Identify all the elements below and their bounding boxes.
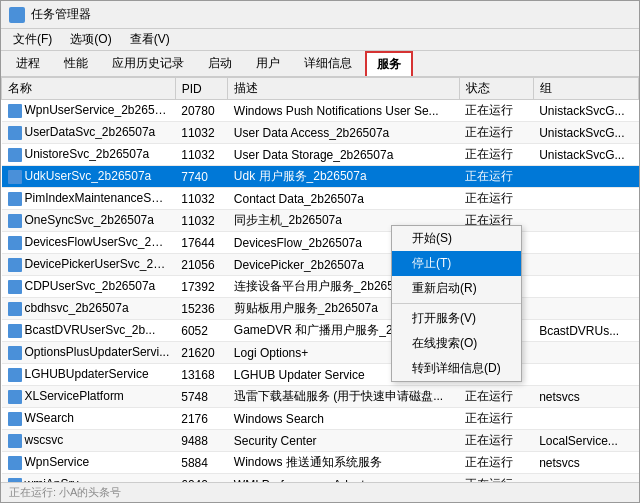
table-row[interactable]: WSearch2176Windows Search正在运行 bbox=[2, 408, 639, 430]
table-row[interactable]: BcastDVRUserSvc_2b...6052GameDVR 和广播用户服务… bbox=[2, 320, 639, 342]
cell-group: UnistackSvcG... bbox=[533, 100, 638, 122]
tab-details[interactable]: 详细信息 bbox=[293, 51, 363, 76]
service-icon bbox=[8, 170, 22, 184]
service-icon bbox=[8, 258, 22, 272]
cell-status: 正在运行 bbox=[459, 474, 533, 483]
cell-desc: 迅雷下载基础服务 (用于快速申请磁盘... bbox=[228, 386, 460, 408]
context-menu-search-online[interactable]: 在线搜索(O) bbox=[392, 331, 521, 356]
service-icon bbox=[8, 434, 22, 448]
cell-desc: Security Center bbox=[228, 430, 460, 452]
tab-users[interactable]: 用户 bbox=[245, 51, 291, 76]
cell-pid: 17392 bbox=[175, 276, 228, 298]
cell-status: 正在运行 bbox=[459, 188, 533, 210]
window-title: 任务管理器 bbox=[31, 6, 91, 23]
cell-name: LGHUBUpdaterService bbox=[2, 364, 176, 386]
cell-name: OptionsPlusUpdaterServi... bbox=[2, 342, 176, 364]
cell-status: 正在运行 bbox=[459, 408, 533, 430]
table-row[interactable]: DevicesFlowUserSvc_2b2...17644DevicesFlo… bbox=[2, 232, 639, 254]
cell-name: UnistoreSvc_2b26507a bbox=[2, 144, 176, 166]
service-icon bbox=[8, 412, 22, 426]
table-row[interactable]: LGHUBUpdaterService13168LGHUB Updater Se… bbox=[2, 364, 639, 386]
cell-status: 正在运行 bbox=[459, 386, 533, 408]
cell-status: 正在运行 bbox=[459, 144, 533, 166]
cell-group bbox=[533, 254, 638, 276]
tab-app-history[interactable]: 应用历史记录 bbox=[101, 51, 195, 76]
table-row[interactable]: CDPUserSvc_2b26507a17392连接设备平台用户服务_2b265… bbox=[2, 276, 639, 298]
cell-group bbox=[533, 166, 638, 188]
service-icon bbox=[8, 126, 22, 140]
cell-name: WSearch bbox=[2, 408, 176, 430]
table-row[interactable]: WpnService5884Windows 推送通知系统服务正在运行netsvc… bbox=[2, 452, 639, 474]
tab-services[interactable]: 服务 bbox=[365, 51, 413, 76]
table-row[interactable]: PimIndexMaintenanceSvc...11032Contact Da… bbox=[2, 188, 639, 210]
service-icon bbox=[8, 148, 22, 162]
table-row[interactable]: OneSyncSvc_2b26507a11032同步主机_2b26507a正在运… bbox=[2, 210, 639, 232]
cell-group: UnistackSvcG... bbox=[533, 144, 638, 166]
cell-pid: 20780 bbox=[175, 100, 228, 122]
services-table-container[interactable]: 名称 PID 描述 状态 组 WpnUserService_2b2650...2… bbox=[1, 77, 639, 482]
context-menu-goto-details[interactable]: 转到详细信息(D) bbox=[392, 356, 521, 381]
cell-group bbox=[533, 342, 638, 364]
cell-pid: 5884 bbox=[175, 452, 228, 474]
table-row[interactable]: UnistoreSvc_2b26507a11032User Data Stora… bbox=[2, 144, 639, 166]
col-header-name[interactable]: 名称 bbox=[2, 78, 176, 100]
menu-options[interactable]: 选项(O) bbox=[62, 29, 119, 50]
cell-name: UserDataSvc_2b26507a bbox=[2, 122, 176, 144]
table-row[interactable]: UserDataSvc_2b26507a11032User Data Acces… bbox=[2, 122, 639, 144]
cell-pid: 6040 bbox=[175, 474, 228, 483]
cell-group: LocalService... bbox=[533, 430, 638, 452]
context-menu-stop[interactable]: 停止(T) bbox=[392, 251, 521, 276]
tab-processes[interactable]: 进程 bbox=[5, 51, 51, 76]
cell-pid: 13168 bbox=[175, 364, 228, 386]
cell-pid: 7740 bbox=[175, 166, 228, 188]
cell-desc: Windows Search bbox=[228, 408, 460, 430]
service-icon bbox=[8, 236, 22, 250]
col-header-desc[interactable]: 描述 bbox=[228, 78, 460, 100]
cell-group bbox=[533, 188, 638, 210]
cell-desc: User Data Access_2b26507a bbox=[228, 122, 460, 144]
services-table: 名称 PID 描述 状态 组 WpnUserService_2b2650...2… bbox=[1, 77, 639, 482]
cell-pid: 21056 bbox=[175, 254, 228, 276]
cell-status: 正在运行 bbox=[459, 100, 533, 122]
cell-name: CDPUserSvc_2b26507a bbox=[2, 276, 176, 298]
cell-status: 正在运行 bbox=[459, 166, 533, 188]
cell-group bbox=[533, 408, 638, 430]
cell-name: cbdhsvc_2b26507a bbox=[2, 298, 176, 320]
table-row[interactable]: wmiApSrv6040WMI Performance Adapter正在运行 bbox=[2, 474, 639, 483]
tab-startup[interactable]: 启动 bbox=[197, 51, 243, 76]
table-row[interactable]: cbdhsvc_2b26507a15236剪贴板用户服务_2b26507a正在 bbox=[2, 298, 639, 320]
col-header-status[interactable]: 状态 bbox=[459, 78, 533, 100]
task-manager-window: 任务管理器 文件(F) 选项(O) 查看(V) 进程 性能 应用历史记录 启动 … bbox=[0, 0, 640, 503]
context-menu-start[interactable]: 开始(S) bbox=[392, 226, 521, 251]
cell-desc: WMI Performance Adapter bbox=[228, 474, 460, 483]
table-row[interactable]: WpnUserService_2b2650...20780Windows Pus… bbox=[2, 100, 639, 122]
table-row[interactable]: UdkUserSvc_2b26507a7740Udk 用户服务_2b26507a… bbox=[2, 166, 639, 188]
col-header-pid[interactable]: PID bbox=[175, 78, 228, 100]
watermark-text: 正在运行: 小A的头条号 bbox=[9, 485, 121, 500]
cell-group: BcastDVRUs... bbox=[533, 320, 638, 342]
table-row[interactable]: OptionsPlusUpdaterServi...21620Logi Opti… bbox=[2, 342, 639, 364]
cell-status: 正在运行 bbox=[459, 430, 533, 452]
cell-group bbox=[533, 210, 638, 232]
title-bar: 任务管理器 bbox=[1, 1, 639, 29]
cell-pid: 11032 bbox=[175, 210, 228, 232]
menu-file[interactable]: 文件(F) bbox=[5, 29, 60, 50]
col-header-group[interactable]: 组 bbox=[533, 78, 638, 100]
table-row[interactable]: XLServicePlatform5748迅雷下载基础服务 (用于快速申请磁盘.… bbox=[2, 386, 639, 408]
context-menu[interactable]: 开始(S) 停止(T) 重新启动(R) 打开服务(V) 在线搜索(O) 转到详细… bbox=[391, 225, 522, 382]
tab-performance[interactable]: 性能 bbox=[53, 51, 99, 76]
service-icon bbox=[8, 390, 22, 404]
cell-group bbox=[533, 276, 638, 298]
cell-pid: 21620 bbox=[175, 342, 228, 364]
context-menu-restart[interactable]: 重新启动(R) bbox=[392, 276, 521, 301]
cell-group: UnistackSvcG... bbox=[533, 122, 638, 144]
context-menu-open-services[interactable]: 打开服务(V) bbox=[392, 306, 521, 331]
cell-name: WpnUserService_2b2650... bbox=[2, 100, 176, 122]
menu-view[interactable]: 查看(V) bbox=[122, 29, 178, 50]
service-icon bbox=[8, 192, 22, 206]
service-icon bbox=[8, 456, 22, 470]
cell-status: 正在运行 bbox=[459, 452, 533, 474]
cell-name: OneSyncSvc_2b26507a bbox=[2, 210, 176, 232]
table-row[interactable]: wscsvc9488Security Center正在运行LocalServic… bbox=[2, 430, 639, 452]
table-row[interactable]: DevicePickerUserSvc_2b...21056DevicePick… bbox=[2, 254, 639, 276]
